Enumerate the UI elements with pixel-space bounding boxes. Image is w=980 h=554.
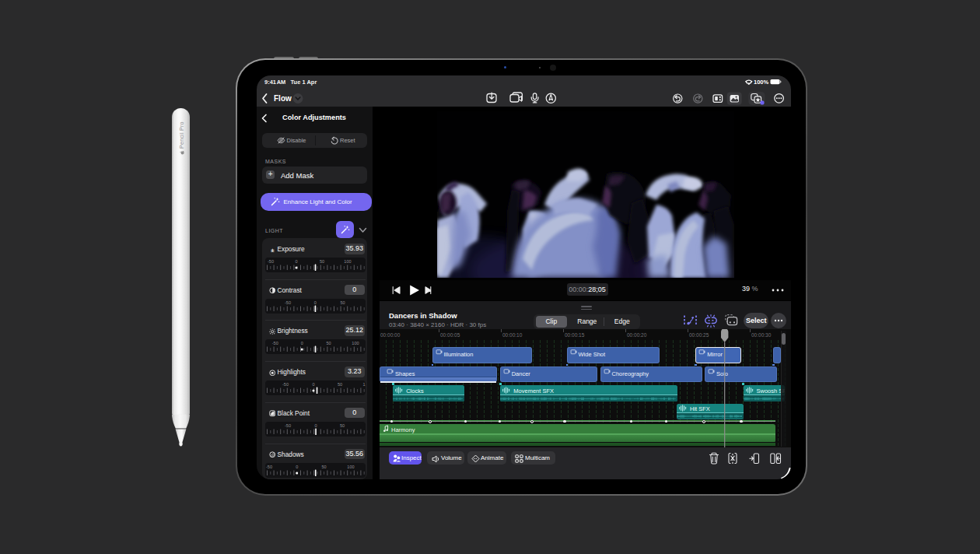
svg-text:100: 100 [352,341,359,345]
svg-text:-50: -50 [285,423,291,428]
svg-text:50: 50 [320,259,324,264]
svg-text:0: 0 [295,259,297,264]
svg-text:1: 1 [362,382,365,387]
svg-text:50: 50 [338,382,342,387]
svg-text:Flow: Flow [274,94,292,103]
svg-text:50: 50 [340,423,345,428]
svg-text:0: 0 [296,465,298,469]
svg-text:50: 50 [340,300,345,305]
svg-text:-50: -50 [282,382,289,387]
svg-text:0: 0 [301,341,303,345]
svg-text:-50: -50 [268,259,274,264]
svg-text:100%: 100% [754,79,769,86]
svg-text:-50: -50 [272,341,278,345]
svg-text:0: 0 [314,300,317,305]
svg-text:0: 0 [314,423,317,428]
svg-text:-50: -50 [266,465,272,469]
svg-text:50: 50 [321,465,326,469]
svg-text:-50: -50 [285,300,291,305]
svg-text:50: 50 [326,341,331,345]
svg-text:0: 0 [312,382,314,387]
svg-text:100: 100 [344,259,351,264]
svg-text:100: 100 [347,465,354,469]
svg-text:±: ± [271,247,275,253]
